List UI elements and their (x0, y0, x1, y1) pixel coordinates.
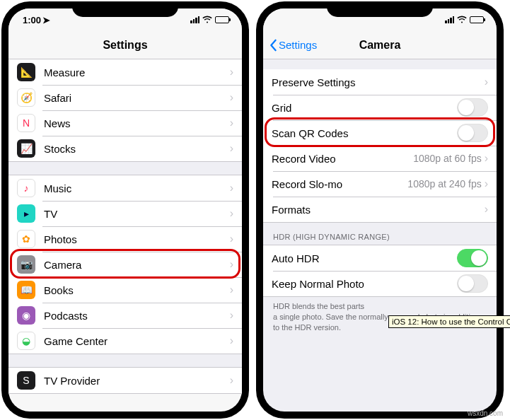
settings-row-music[interactable]: ♪Music› (8, 175, 242, 201)
row-detail: 1080p at 240 fps (407, 178, 481, 189)
row-detail: 1080p at 60 fps (413, 153, 482, 164)
row-label: Books (44, 284, 230, 296)
row-label: TV Provider (44, 375, 230, 387)
row-label: Grid (272, 102, 457, 114)
toggle-auto-hdr[interactable] (457, 249, 488, 267)
chevron-right-icon: › (230, 334, 233, 347)
row-label: Keep Normal Photo (272, 278, 457, 290)
row-label: Record Slo-mo (272, 178, 407, 190)
row-label: TV (44, 208, 230, 220)
row-label: Auto HDR (272, 252, 457, 264)
page-title: Settings (103, 39, 147, 52)
phone-camera-settings: Settings Camera Preserve Settings›GridSc… (256, 1, 504, 419)
music-icon: ♪ (17, 179, 35, 197)
settings-row-books[interactable]: 📖Books› (8, 277, 242, 303)
row-label: Formats (272, 204, 485, 216)
battery-icon (215, 16, 229, 23)
settings-row-news[interactable]: NNews› (8, 110, 242, 136)
chevron-right-icon: › (230, 233, 233, 245)
camera-row-record-slo-mo[interactable]: Record Slo-mo1080p at 240 fps› (263, 171, 497, 197)
row-label: Safari (44, 92, 230, 104)
settings-row-game-center[interactable]: ◒Game Center› (8, 328, 242, 354)
chevron-right-icon: › (230, 66, 233, 78)
chevron-right-icon: › (230, 182, 233, 194)
wifi-icon (202, 15, 212, 25)
chevron-right-icon: › (230, 258, 233, 271)
camera-row-keep-normal-photo[interactable]: Keep Normal Photo (263, 271, 497, 296)
location-icon: ➤ (42, 15, 50, 25)
safari-icon: 🧭 (17, 88, 35, 107)
row-label: Game Center (44, 335, 230, 347)
measure-icon: 📐 (17, 63, 35, 81)
camera-row-grid[interactable]: Grid (263, 95, 497, 120)
settings-row-measure[interactable]: 📐Measure› (8, 59, 242, 85)
camera-row-record-video[interactable]: Record Video1080p at 60 fps› (263, 146, 497, 171)
section-header-hdr: HDR (HIGH DYNAMIC RANGE) (263, 223, 497, 245)
row-label: Photos (44, 233, 230, 245)
chevron-right-icon: › (485, 203, 488, 216)
row-label: Scan QR Codes (272, 127, 457, 139)
camera-icon: 📷 (17, 255, 35, 274)
settings-row-podcasts[interactable]: ◉Podcasts› (8, 303, 242, 328)
photos-icon: ✿ (17, 230, 35, 248)
nav-bar: Settings Camera (263, 31, 497, 59)
cell-signal-icon (190, 16, 199, 23)
camera-row-auto-hdr[interactable]: Auto HDR (263, 245, 497, 271)
camera-row-scan-qr-codes[interactable]: Scan QR Codes (263, 120, 497, 146)
chevron-right-icon: › (485, 152, 488, 165)
settings-row-stocks[interactable]: 📈Stocks› (8, 136, 242, 161)
settings-row-safari[interactable]: 🧭Safari› (8, 85, 242, 110)
settings-row-tv[interactable]: ▸TV› (8, 201, 242, 226)
row-label: Preserve Settings (272, 76, 485, 88)
notch (72, 1, 178, 17)
camera-row-formats[interactable]: Formats› (263, 197, 497, 222)
wifi-icon (457, 15, 467, 25)
chevron-right-icon: › (230, 374, 233, 387)
row-label: News (44, 117, 230, 129)
cell-signal-icon (445, 16, 454, 23)
row-label: Podcasts (44, 310, 230, 322)
chevron-right-icon: › (230, 142, 233, 155)
battery-icon (470, 16, 484, 23)
chevron-right-icon: › (230, 117, 233, 129)
chevron-right-icon: › (230, 91, 233, 104)
podcasts-icon: ◉ (17, 306, 35, 325)
row-label: Camera (44, 259, 230, 271)
row-label: Stocks (44, 143, 230, 155)
row-label: Music (44, 182, 230, 194)
chevron-left-icon (269, 39, 277, 52)
settings-row-tv-provider[interactable]: STV Provider› (8, 368, 242, 393)
chevron-right-icon: › (230, 309, 233, 322)
watermark: wsxdn.com (468, 409, 503, 417)
news-icon: N (17, 114, 35, 132)
chevron-right-icon: › (485, 76, 488, 88)
toggle-grid[interactable] (457, 98, 488, 117)
tooltip: iOS 12: How to use the Control Cent (388, 315, 510, 328)
books-icon: 📖 (17, 281, 35, 299)
chevron-right-icon: › (485, 177, 488, 190)
back-button[interactable]: Settings (269, 31, 317, 59)
back-label: Settings (279, 39, 317, 51)
settings-row-photos[interactable]: ✿Photos› (8, 226, 242, 252)
chevron-right-icon: › (230, 284, 233, 296)
page-title: Camera (359, 39, 401, 52)
stocks-icon: 📈 (17, 139, 35, 158)
chevron-right-icon: › (230, 207, 233, 220)
toggle-scan-qr-codes[interactable] (457, 124, 488, 142)
status-time: 1:00 (23, 15, 41, 25)
toggle-keep-normal-photo[interactable] (457, 274, 488, 293)
notch (327, 1, 433, 17)
row-label: Measure (44, 66, 230, 78)
tv-icon: ▸ (17, 204, 35, 223)
game-center-icon: ◒ (17, 332, 35, 350)
nav-bar: Settings (8, 31, 242, 59)
tv-provider-icon: S (17, 371, 35, 390)
phone-settings: 1:00 ➤ Settings 📐Measure›🧭Safari›NNews›📈… (1, 1, 249, 419)
settings-row-camera[interactable]: 📷Camera› (8, 252, 242, 277)
row-label: Record Video (272, 153, 413, 165)
camera-row-preserve-settings[interactable]: Preserve Settings› (263, 69, 497, 95)
